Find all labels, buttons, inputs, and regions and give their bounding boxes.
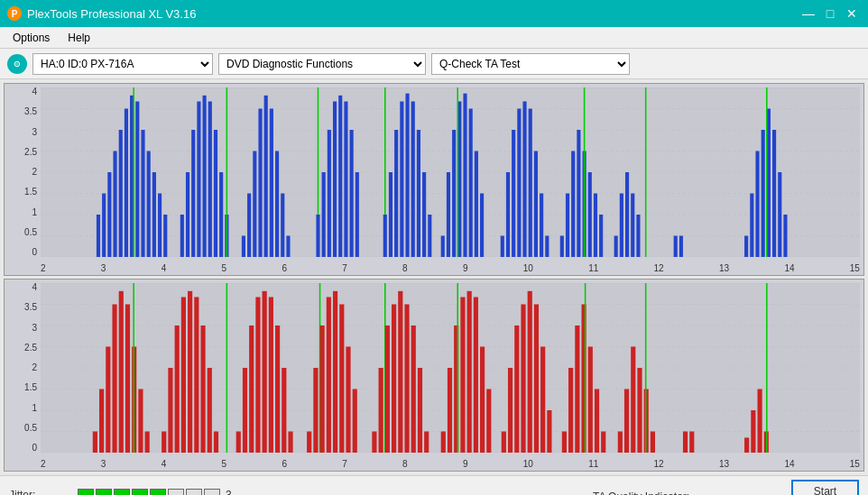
bottom-chart: 0 0.5 1 1.5 2 2.5 3 3.5 4 (4, 279, 864, 472)
x-label: 9 (463, 263, 468, 273)
svg-rect-20 (158, 194, 162, 258)
y-label-0b: 0 (8, 444, 37, 453)
svg-rect-149 (339, 305, 344, 454)
svg-rect-78 (545, 236, 549, 258)
svg-rect-72 (512, 130, 515, 257)
svg-rect-121 (138, 390, 143, 454)
svg-rect-160 (418, 368, 422, 453)
svg-rect-89 (620, 194, 623, 258)
x-label: 4 (162, 263, 167, 273)
x-label: 8 (402, 263, 408, 273)
svg-rect-82 (577, 130, 580, 257)
svg-rect-116 (106, 347, 110, 454)
svg-rect-178 (547, 410, 551, 453)
minimize-button[interactable]: — (799, 5, 817, 23)
jitter-progress (78, 489, 220, 496)
svg-rect-19 (152, 172, 156, 257)
top-chart: 0 0.5 1 1.5 2 2.5 3 3.5 4 (4, 83, 864, 276)
svg-rect-84 (588, 172, 592, 257)
x-label: 11 (588, 263, 598, 273)
svg-rect-48 (344, 101, 347, 257)
svg-rect-197 (751, 410, 755, 453)
y-label-3b: 3 (8, 324, 37, 333)
function-select[interactable]: DVD Diagnostic Functions (218, 53, 426, 75)
svg-rect-103 (783, 215, 787, 257)
svg-rect-128 (188, 291, 192, 453)
y-label-05: 0.5 (8, 228, 37, 237)
x-label: 6 (282, 263, 287, 273)
y-label-1b: 1 (8, 404, 37, 413)
y-label-25: 2.5 (8, 148, 37, 157)
svg-rect-139 (269, 297, 273, 453)
svg-rect-183 (588, 347, 593, 454)
svg-rect-137 (255, 297, 260, 453)
jitter-value: 3 (226, 489, 240, 496)
svg-rect-99 (762, 130, 765, 257)
svg-rect-56 (405, 94, 409, 257)
svg-rect-33 (242, 236, 245, 258)
menu-help[interactable]: Help (60, 30, 97, 46)
main-content: 0 0.5 1 1.5 2 2.5 3 3.5 4 (0, 79, 868, 475)
x-label: 12 (654, 263, 664, 273)
svg-rect-125 (168, 368, 172, 453)
svg-rect-145 (313, 368, 318, 453)
svg-rect-135 (243, 368, 247, 453)
drive-select[interactable]: HA:0 ID:0 PX-716A (32, 53, 213, 75)
svg-rect-60 (428, 215, 431, 257)
svg-rect-30 (219, 172, 223, 257)
y-label-1: 1 (8, 208, 37, 217)
maximize-button[interactable]: □ (821, 5, 839, 23)
svg-rect-94 (674, 236, 678, 258)
metrics-right: Start i (791, 480, 859, 496)
svg-rect-11 (107, 172, 111, 257)
bottom-chart-y-axis: 0 0.5 1 1.5 2 2.5 3 3.5 4 (5, 283, 41, 453)
x-label-b: 7 (342, 459, 347, 469)
svg-rect-81 (571, 151, 575, 258)
svg-rect-88 (614, 236, 618, 258)
metrics-left: Jitter: 3 Peak Shift: (9, 489, 575, 496)
drive-icon: ⊙ (7, 54, 27, 74)
svg-rect-14 (125, 109, 128, 258)
svg-rect-71 (506, 172, 510, 257)
svg-rect-61 (441, 236, 445, 258)
close-button[interactable]: ✕ (843, 5, 861, 23)
svg-rect-73 (517, 109, 521, 258)
svg-rect-119 (125, 305, 130, 454)
svg-rect-184 (595, 390, 599, 454)
x-label-b: 11 (588, 459, 598, 469)
y-label-4b: 4 (8, 283, 37, 292)
svg-rect-68 (480, 194, 484, 258)
bottom-chart-inner (41, 283, 860, 453)
test-select[interactable]: Q-Check TA Test (431, 53, 630, 75)
svg-rect-27 (203, 96, 207, 257)
svg-rect-50 (356, 172, 359, 257)
svg-rect-13 (119, 130, 123, 257)
svg-rect-190 (637, 368, 642, 453)
y-label-15: 1.5 (8, 188, 37, 197)
x-label-b: 12 (654, 459, 664, 469)
svg-rect-196 (744, 437, 749, 453)
svg-rect-49 (350, 130, 354, 257)
svg-rect-171 (502, 432, 506, 454)
svg-rect-179 (562, 432, 567, 454)
svg-rect-37 (264, 96, 268, 257)
svg-rect-163 (448, 368, 452, 453)
svg-rect-150 (346, 347, 350, 454)
svg-rect-75 (529, 109, 532, 258)
svg-rect-124 (162, 432, 166, 454)
svg-rect-65 (463, 94, 466, 257)
svg-rect-192 (651, 432, 655, 454)
svg-rect-74 (522, 101, 526, 257)
start-button[interactable]: Start (791, 480, 859, 496)
svg-rect-35 (253, 151, 256, 258)
svg-rect-127 (181, 297, 186, 453)
jitter-seg-4 (132, 489, 148, 496)
menu-options[interactable]: Options (5, 30, 57, 46)
svg-rect-39 (275, 151, 279, 258)
x-label-b: 14 (784, 459, 794, 469)
svg-rect-172 (508, 368, 512, 453)
svg-rect-41 (286, 236, 290, 258)
svg-rect-85 (594, 194, 597, 258)
jitter-seg-8 (204, 489, 220, 496)
bottom-chart-svg (41, 283, 860, 453)
